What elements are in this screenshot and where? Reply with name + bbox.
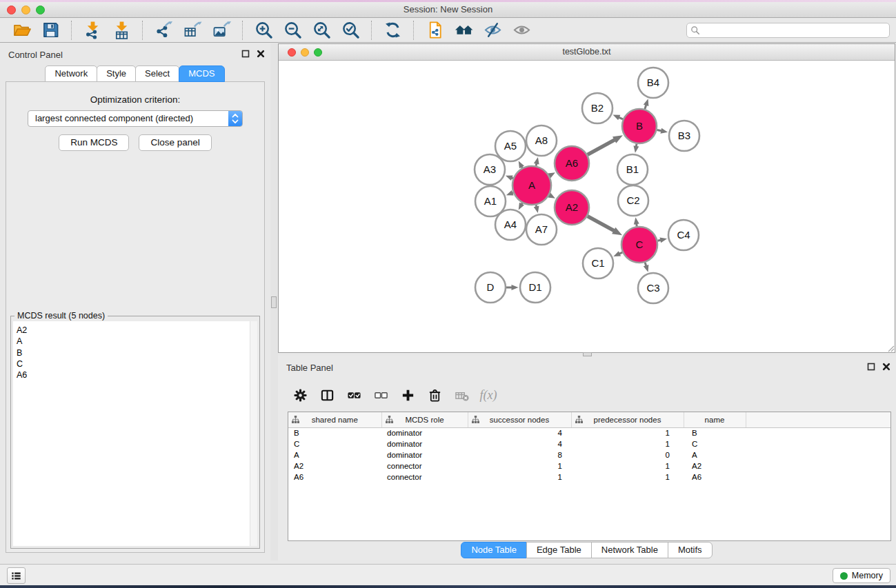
cell[interactable]: A2 bbox=[684, 460, 746, 472]
column-header-predecessor-nodes[interactable]: predecessor nodes bbox=[571, 412, 684, 427]
memory-button[interactable]: Memory bbox=[833, 568, 890, 583]
cell[interactable]: C bbox=[288, 438, 381, 449]
import-table-button[interactable] bbox=[110, 19, 132, 41]
optimization-criterion-select[interactable]: largest connected component (directed) bbox=[28, 110, 243, 127]
resize-grip-icon[interactable] bbox=[886, 344, 895, 352]
graph-node-C[interactable]: C bbox=[621, 227, 657, 263]
graph-node-C3[interactable]: C3 bbox=[638, 273, 668, 303]
mcds-result-list[interactable]: A2ABCA6 bbox=[13, 321, 257, 546]
search-input[interactable] bbox=[700, 24, 889, 37]
float-table-panel-icon[interactable] bbox=[867, 363, 875, 371]
graph-node-D[interactable]: D bbox=[475, 272, 506, 303]
tab-network-table[interactable]: Network Table bbox=[591, 542, 668, 558]
cell[interactable]: A2 bbox=[288, 460, 381, 472]
import-network-button[interactable] bbox=[81, 19, 103, 41]
table-row-A2[interactable]: A2connector11A2 bbox=[288, 460, 890, 472]
tab-select[interactable]: Select bbox=[135, 65, 179, 82]
apply-layout-button[interactable] bbox=[381, 19, 404, 41]
result-list-item[interactable]: A6 bbox=[13, 369, 257, 381]
vertical-split-handle[interactable] bbox=[271, 296, 277, 308]
graph-node-A4[interactable]: A4 bbox=[495, 210, 526, 240]
network-zoom-button[interactable] bbox=[314, 48, 322, 57]
cell[interactable]: dominator bbox=[381, 427, 468, 438]
graph-node-A2[interactable]: A2 bbox=[555, 190, 589, 225]
hide-selected-button[interactable] bbox=[481, 19, 504, 41]
tab-network[interactable]: Network bbox=[45, 65, 97, 82]
cell[interactable]: 0 bbox=[571, 449, 684, 460]
cell[interactable]: dominator bbox=[381, 449, 468, 460]
zoom-fit-button[interactable] bbox=[310, 19, 332, 41]
cell[interactable]: A6 bbox=[684, 472, 746, 483]
cell[interactable]: connector bbox=[381, 460, 468, 472]
graph-node-B[interactable]: B bbox=[622, 109, 657, 143]
result-list-item[interactable]: B bbox=[13, 347, 257, 358]
close-panel-button[interactable]: Close panel bbox=[139, 134, 211, 151]
export-image-button[interactable] bbox=[210, 19, 232, 41]
zoom-out-button[interactable] bbox=[281, 19, 303, 41]
add-column-button[interactable] bbox=[399, 387, 416, 403]
cell[interactable]: 1 bbox=[468, 472, 571, 483]
graph-node-D1[interactable]: D1 bbox=[520, 272, 550, 303]
graph-node-B2[interactable]: B2 bbox=[582, 93, 613, 123]
close-window-button[interactable] bbox=[7, 6, 16, 14]
tab-node-table[interactable]: Node Table bbox=[461, 542, 527, 558]
cell[interactable]: 1 bbox=[571, 438, 684, 449]
cell[interactable]: 4 bbox=[468, 427, 571, 438]
split-table-button[interactable] bbox=[319, 387, 335, 403]
select-all-button[interactable] bbox=[346, 387, 362, 403]
export-network-button[interactable] bbox=[152, 19, 175, 41]
column-header-MCDS-role[interactable]: MCDS role bbox=[381, 412, 468, 427]
column-header-shared-name[interactable]: shared name bbox=[288, 412, 381, 427]
cell[interactable]: A bbox=[684, 449, 746, 460]
new-network-from-selection-button[interactable] bbox=[424, 19, 446, 41]
show-all-button[interactable] bbox=[510, 19, 532, 41]
graph-node-B4[interactable]: B4 bbox=[638, 68, 668, 98]
result-list-item[interactable]: A2 bbox=[13, 325, 257, 336]
result-list-item[interactable]: C bbox=[13, 358, 257, 369]
zoom-selected-button[interactable] bbox=[339, 19, 361, 41]
task-history-button[interactable] bbox=[7, 567, 26, 584]
table-row-C[interactable]: Cdominator41C bbox=[288, 438, 890, 449]
column-header-successor-nodes[interactable]: successor nodes bbox=[468, 412, 571, 427]
result-list-scrollbar[interactable] bbox=[250, 321, 257, 546]
first-neighbors-button[interactable] bbox=[452, 19, 475, 41]
zoom-in-button[interactable] bbox=[252, 19, 275, 41]
network-close-button[interactable] bbox=[288, 48, 296, 57]
close-panel-icon[interactable] bbox=[257, 50, 265, 58]
cell[interactable]: 1 bbox=[571, 472, 684, 483]
cell[interactable]: 1 bbox=[571, 427, 684, 438]
network-canvas[interactable]: AA6A2BCA5A8A3A1A4A7B2B4B3B1C2C4C1C3DD1 bbox=[279, 61, 895, 352]
close-table-panel-icon[interactable] bbox=[882, 363, 890, 371]
export-table-button[interactable] bbox=[181, 19, 203, 41]
cell[interactable]: B bbox=[684, 427, 746, 438]
float-panel-icon[interactable] bbox=[241, 50, 250, 58]
cell[interactable]: B bbox=[288, 427, 381, 438]
tab-style[interactable]: Style bbox=[97, 65, 136, 82]
graph-node-A[interactable]: A bbox=[512, 166, 551, 205]
cell[interactable]: 1 bbox=[468, 460, 571, 472]
save-session-button[interactable] bbox=[39, 19, 61, 41]
graph-node-C2[interactable]: C2 bbox=[618, 185, 648, 216]
cell[interactable]: dominator bbox=[381, 438, 468, 449]
delete-column-button[interactable] bbox=[426, 387, 443, 403]
cell[interactable]: C bbox=[684, 438, 746, 449]
zoom-window-button[interactable] bbox=[36, 6, 45, 14]
table-row-B[interactable]: Bdominator41B bbox=[288, 427, 890, 438]
graph-node-A7[interactable]: A7 bbox=[526, 214, 557, 245]
cell[interactable]: 4 bbox=[468, 438, 571, 449]
run-mcds-button[interactable]: Run MCDS bbox=[59, 134, 129, 151]
tab-edge-table[interactable]: Edge Table bbox=[526, 542, 592, 558]
settings-button[interactable] bbox=[292, 387, 308, 403]
graph-node-B1[interactable]: B1 bbox=[617, 154, 648, 185]
result-list-item[interactable]: A bbox=[13, 336, 257, 347]
graph-node-B3[interactable]: B3 bbox=[669, 121, 699, 151]
deselect-all-button[interactable] bbox=[372, 387, 389, 403]
graph-node-C1[interactable]: C1 bbox=[583, 248, 613, 278]
cell[interactable]: A6 bbox=[288, 472, 381, 483]
cell[interactable]: 8 bbox=[468, 449, 571, 460]
graph-node-A6[interactable]: A6 bbox=[555, 146, 589, 181]
graph-node-A8[interactable]: A8 bbox=[526, 125, 557, 156]
column-header-name[interactable]: name bbox=[684, 412, 746, 427]
network-minimize-button[interactable] bbox=[301, 48, 309, 57]
tab-mcds[interactable]: MCDS bbox=[179, 65, 224, 82]
